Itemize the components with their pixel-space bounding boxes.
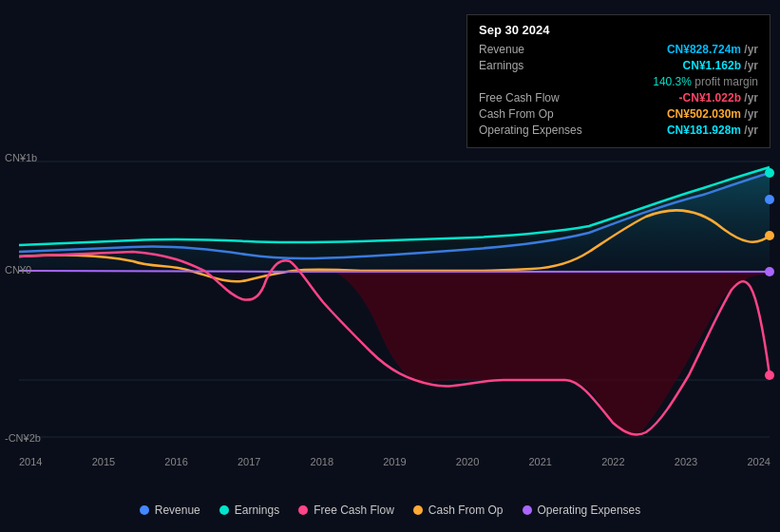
svg-point-8 bbox=[765, 267, 774, 276]
legend-item-fcf[interactable]: Free Cash Flow bbox=[298, 504, 394, 517]
svg-point-9 bbox=[765, 370, 774, 380]
x-label-2015: 2015 bbox=[92, 456, 115, 467]
legend-item-opex[interactable]: Operating Expenses bbox=[523, 504, 641, 517]
tooltip-value-fcf: -CN¥1.022b /yr bbox=[679, 91, 758, 104]
legend-label-earnings: Earnings bbox=[235, 504, 279, 517]
tooltip-value-opex: CN¥181.928m /yr bbox=[667, 124, 758, 137]
svg-point-6 bbox=[765, 195, 774, 204]
legend-item-cashop[interactable]: Cash From Op bbox=[413, 504, 504, 517]
tooltip-row-earnings: Earnings CN¥1.162b /yr bbox=[479, 59, 758, 72]
legend-dot-opex bbox=[523, 505, 532, 515]
y-label-top: CN¥1b bbox=[5, 152, 37, 163]
legend-dot-fcf bbox=[298, 505, 308, 515]
chart-container: CN¥1b CN¥0 -CN¥2b Sep 30 2024 Revenue CN… bbox=[0, 0, 780, 532]
tooltip-value-margin: 140.3% profit margin bbox=[653, 75, 758, 88]
tooltip-row-revenue: Revenue CN¥828.724m /yr bbox=[479, 43, 758, 56]
tooltip-label-earnings: Earnings bbox=[479, 59, 523, 72]
tooltip-row-margin: 140.3% profit margin bbox=[479, 75, 758, 88]
tooltip-row-opex: Operating Expenses CN¥181.928m /yr bbox=[479, 124, 758, 137]
x-label-2014: 2014 bbox=[19, 456, 42, 467]
legend-dot-revenue bbox=[140, 505, 149, 515]
data-tooltip: Sep 30 2024 Revenue CN¥828.724m /yr Earn… bbox=[466, 14, 770, 148]
x-label-2018: 2018 bbox=[311, 456, 333, 467]
x-axis-labels: 2014 2015 2016 2017 2018 2019 2020 2021 … bbox=[19, 456, 770, 467]
tooltip-value-cashop: CN¥502.030m /yr bbox=[667, 107, 758, 121]
chart-legend: Revenue Earnings Free Cash Flow Cash Fro… bbox=[0, 504, 780, 517]
tooltip-value-revenue: CN¥828.724m /yr bbox=[667, 43, 758, 56]
tooltip-label-opex: Operating Expenses bbox=[479, 124, 582, 137]
svg-point-7 bbox=[765, 231, 774, 240]
svg-point-5 bbox=[765, 168, 774, 178]
tooltip-label-cashop: Cash From Op bbox=[479, 107, 554, 121]
x-label-2020: 2020 bbox=[456, 456, 479, 467]
y-label-mid: CN¥0 bbox=[5, 264, 31, 276]
tooltip-date: Sep 30 2024 bbox=[479, 23, 758, 37]
x-label-2023: 2023 bbox=[675, 456, 697, 467]
x-label-2016: 2016 bbox=[164, 456, 187, 467]
legend-item-earnings[interactable]: Earnings bbox=[219, 504, 279, 517]
x-label-2019: 2019 bbox=[383, 456, 406, 467]
x-label-2024: 2024 bbox=[747, 456, 770, 467]
tooltip-label-revenue: Revenue bbox=[479, 43, 524, 56]
y-label-bot: -CN¥2b bbox=[5, 432, 41, 444]
tooltip-value-earnings: CN¥1.162b /yr bbox=[683, 59, 758, 72]
x-label-2021: 2021 bbox=[528, 456, 551, 467]
x-label-2022: 2022 bbox=[601, 456, 624, 467]
legend-label-cashop: Cash From Op bbox=[428, 504, 504, 517]
legend-dot-cashop bbox=[413, 505, 423, 515]
tooltip-row-cashop: Cash From Op CN¥502.030m /yr bbox=[479, 107, 758, 121]
legend-item-revenue[interactable]: Revenue bbox=[140, 504, 200, 517]
legend-dot-earnings bbox=[219, 505, 229, 515]
legend-label-revenue: Revenue bbox=[155, 504, 200, 517]
x-label-2017: 2017 bbox=[238, 456, 260, 467]
legend-label-fcf: Free Cash Flow bbox=[314, 504, 394, 517]
tooltip-label-fcf: Free Cash Flow bbox=[479, 91, 560, 104]
tooltip-row-fcf: Free Cash Flow -CN¥1.022b /yr bbox=[479, 91, 758, 104]
legend-label-opex: Operating Expenses bbox=[538, 504, 641, 517]
